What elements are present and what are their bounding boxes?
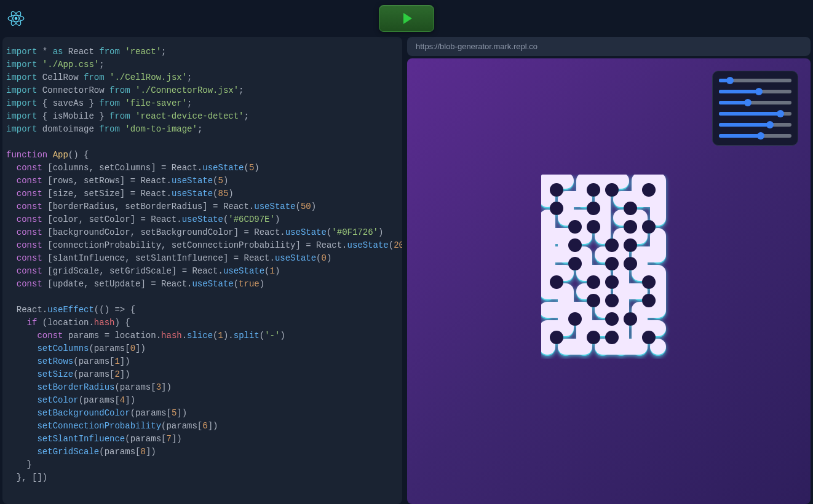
svg-point-228: [568, 257, 582, 270]
svg-point-217: [642, 183, 656, 197]
svg-point-236: [605, 294, 619, 307]
svg-point-221: [568, 220, 582, 234]
code-content[interactable]: import * as React from 'react'; import '…: [6, 45, 399, 484]
svg-point-239: [605, 312, 619, 326]
svg-point-0: [15, 17, 18, 20]
svg-point-215: [587, 183, 600, 197]
svg-point-233: [605, 275, 619, 289]
slider-3[interactable]: [719, 112, 791, 116]
svg-point-229: [605, 257, 619, 270]
svg-point-225: [568, 238, 582, 252]
blob-output: [541, 175, 676, 359]
slider-1[interactable]: [719, 90, 791, 93]
react-logo-icon: [7, 10, 25, 27]
slider-5[interactable]: [719, 134, 791, 138]
slider-4[interactable]: [719, 123, 791, 127]
slider-0[interactable]: [719, 79, 791, 82]
svg-point-244: [642, 331, 656, 344]
svg-point-232: [587, 275, 600, 289]
svg-point-241: [550, 331, 563, 344]
run-button[interactable]: [379, 5, 434, 32]
preview-area: [407, 58, 811, 504]
svg-point-216: [605, 183, 619, 197]
code-editor[interactable]: import * as React from 'react'; import '…: [2, 37, 402, 504]
url-bar[interactable]: https://blob-generator.mark.repl.co: [407, 37, 811, 56]
svg-rect-202: [558, 291, 574, 310]
svg-point-226: [605, 238, 619, 252]
svg-point-238: [568, 312, 582, 326]
svg-point-222: [587, 220, 600, 234]
svg-point-220: [624, 202, 637, 215]
svg-rect-194: [541, 254, 555, 273]
slider-2[interactable]: [719, 101, 791, 104]
main-layout: import * as React from 'react'; import '…: [0, 37, 813, 504]
svg-point-218: [550, 202, 563, 215]
svg-rect-193: [650, 236, 666, 254]
play-icon: [403, 13, 412, 24]
sliders-panel: [712, 71, 798, 146]
svg-point-240: [624, 312, 637, 326]
svg-point-234: [642, 275, 656, 289]
svg-point-242: [587, 331, 600, 344]
preview-panel: https://blob-generator.mark.repl.co: [407, 37, 811, 504]
svg-rect-185: [650, 199, 666, 218]
svg-point-224: [642, 220, 656, 234]
svg-point-231: [550, 275, 563, 289]
svg-point-230: [624, 257, 637, 270]
svg-point-243: [605, 331, 619, 344]
svg-point-235: [587, 294, 600, 307]
svg-rect-190: [541, 236, 555, 254]
svg-point-237: [642, 294, 656, 307]
svg-point-219: [587, 202, 600, 215]
svg-rect-186: [541, 218, 555, 236]
svg-point-223: [624, 220, 637, 234]
svg-point-214: [550, 183, 563, 197]
header-bar: [0, 0, 813, 37]
svg-point-227: [624, 238, 637, 252]
